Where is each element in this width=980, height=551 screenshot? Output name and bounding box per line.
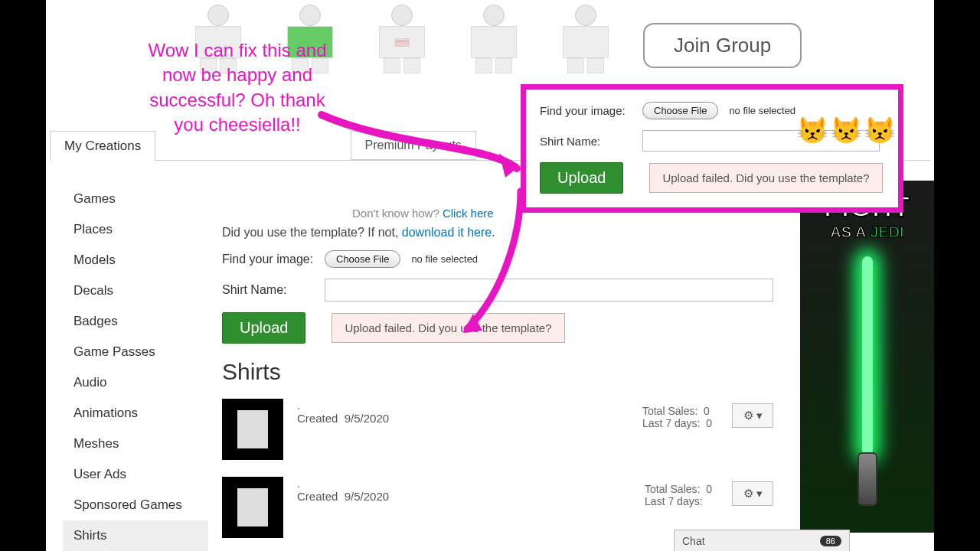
sidebar-item-places[interactable]: Places [63, 214, 208, 245]
help-link[interactable]: Click here [443, 207, 494, 220]
chevron-down-icon: ▾ [756, 409, 763, 422]
sidebar-item-badges[interactable]: Badges [63, 306, 208, 337]
sidebar-ad[interactable]: FIGHT AS A JEDI [800, 181, 934, 533]
sidebar-item-animations[interactable]: Animations [63, 398, 208, 429]
help-prefix: Don't know how? [352, 207, 443, 220]
creations-sidebar: GamesPlacesModelsDecalsBadgesGame Passes… [63, 184, 208, 551]
shirt-stats: Total Sales: 0Last 7 days: 0 [642, 405, 712, 429]
shirt-row: .Created 9/5/2020Total Sales: 0Last 7 da… [222, 399, 773, 460]
overlay-upload-error: Upload failed. Did you use the template? [649, 163, 882, 193]
letterbox-right [934, 0, 980, 551]
shirt-thumbnail[interactable] [222, 477, 283, 538]
shirt-meta: .Created 9/5/2020 [297, 477, 389, 503]
shirt-name-label: Shirt Name: [222, 283, 314, 297]
shirt-name[interactable]: . [297, 477, 389, 490]
template-prefix: Did you use the template? If not, [222, 226, 402, 239]
avatar-thumb[interactable] [551, 0, 620, 77]
shirt-name[interactable]: . [297, 399, 389, 412]
ad-subhead: AS A JEDI [830, 223, 903, 241]
chat-label: Chat [682, 535, 705, 547]
join-group-button[interactable]: Join Group [643, 23, 802, 68]
sidebar-item-shirts[interactable]: Shirts [63, 520, 208, 551]
upload-row: Upload Upload failed. Did you use the te… [222, 312, 773, 344]
sidebar-item-models[interactable]: Models [63, 245, 208, 276]
shirt-settings-dropdown[interactable]: ⚙▾ [732, 403, 773, 428]
shirt-name-row: Shirt Name: [222, 279, 773, 302]
overlay-upload-button[interactable]: Upload [540, 162, 623, 194]
shirt-created: Created 9/5/2020 [297, 412, 389, 425]
shirt-name-input[interactable] [325, 279, 773, 302]
overlay-shirt-name-label: Shirt Name: [540, 135, 632, 148]
tab-premium-payouts[interactable]: Premium Payouts [351, 131, 476, 160]
sidebar-item-games[interactable]: Games [63, 184, 208, 214]
lightsaber-hilt-icon [858, 452, 877, 506]
shirt-stats: Total Sales: 0Last 7 days: [645, 483, 712, 507]
sidebar-item-user-ads[interactable]: User Ads [63, 459, 208, 490]
template-download-link[interactable]: download it here [402, 226, 492, 239]
avatar-thumb[interactable] [459, 0, 528, 77]
shirt-row: .Created 9/5/2020Total Sales: 0Last 7 da… [222, 477, 773, 538]
annotation-emojis: 😾😾😾 [796, 115, 897, 145]
shirt-created: Created 9/5/2020 [297, 490, 389, 503]
shirt-settings-dropdown[interactable]: ⚙▾ [732, 481, 773, 506]
overlay-find-image-label: Find your image: [540, 104, 632, 117]
chat-badge: 86 [820, 536, 841, 546]
find-image-row: Find your image: Choose File no file sel… [222, 250, 773, 268]
annotation-caption: Wow I can fix this and now be happy and … [134, 38, 341, 138]
annotation-highlight-panel: Find your image: Choose File no file sel… [521, 84, 903, 213]
shirt-thumbnail[interactable] [222, 399, 283, 460]
sidebar-item-decals[interactable]: Decals [63, 276, 208, 306]
upload-button[interactable]: Upload [222, 312, 305, 344]
overlay-file-status: no file selected [729, 105, 795, 116]
section-heading-shirts: Shirts [222, 359, 773, 385]
sidebar-item-sponsored-games[interactable]: Sponsored Games [63, 490, 208, 520]
shirt-meta: .Created 9/5/2020 [297, 399, 389, 425]
upload-error: Upload failed. Did you use the template? [332, 313, 564, 343]
template-help: Did you use the template? If not, downlo… [222, 226, 773, 240]
lightsaber-icon [862, 256, 873, 455]
find-image-label: Find your image: [222, 253, 314, 266]
file-status: no file selected [411, 253, 478, 265]
avatar-thumb[interactable]: ▒▒▒ [368, 0, 436, 77]
overlay-choose-file-button[interactable]: Choose File [642, 102, 718, 119]
sidebar-item-meshes[interactable]: Meshes [63, 429, 208, 459]
main-content: Don't know how? Click here Did you use t… [222, 207, 773, 551]
gear-icon: ⚙ [743, 487, 753, 500]
choose-file-button[interactable]: Choose File [325, 250, 400, 268]
sidebar-item-audio[interactable]: Audio [63, 367, 208, 398]
gear-icon: ⚙ [743, 409, 753, 422]
sidebar-item-game-passes[interactable]: Game Passes [63, 337, 208, 367]
chat-bar[interactable]: Chat 86 [674, 530, 850, 551]
letterbox-left [0, 0, 46, 551]
chevron-down-icon: ▾ [756, 487, 763, 500]
